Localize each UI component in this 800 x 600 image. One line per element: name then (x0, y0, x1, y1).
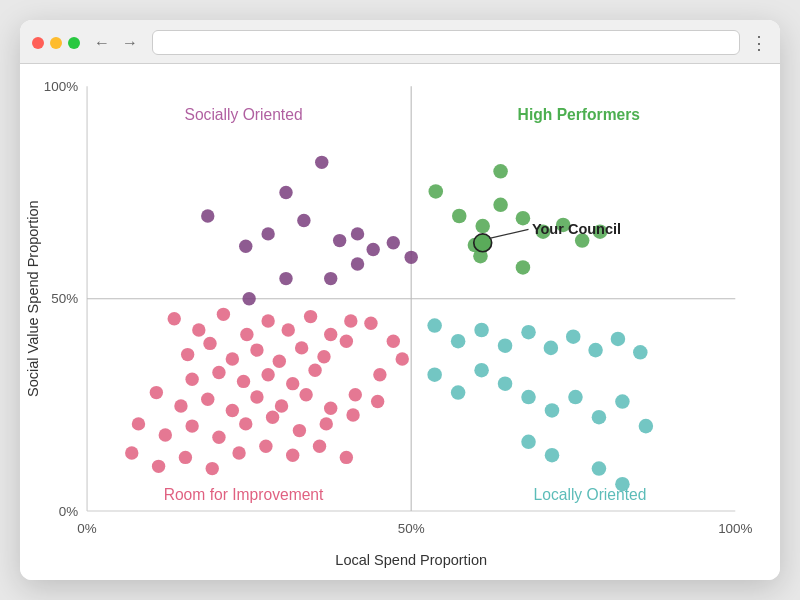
dot-pink (192, 323, 205, 336)
dot-pink (212, 366, 225, 379)
address-bar[interactable] (152, 30, 740, 55)
dot-pink (344, 314, 357, 327)
dot-pink (226, 352, 239, 365)
dot-green (516, 211, 531, 226)
dot-pink (250, 343, 263, 356)
minimize-button[interactable] (50, 37, 62, 49)
dot-pink (240, 328, 253, 341)
dot-purple (387, 236, 400, 249)
dot-pink (150, 386, 163, 399)
dot-teal (639, 419, 654, 434)
dot-purple (279, 272, 292, 285)
dot-pink (320, 417, 333, 430)
dot-teal (474, 363, 489, 378)
scatter-chart: 0% 50% 100% 0% 50% 100% Local Spend Prop… (20, 64, 780, 580)
dot-purple (315, 156, 328, 169)
dot-pink (317, 350, 330, 363)
dot-teal (568, 390, 583, 405)
dot-teal (521, 390, 536, 405)
dot-teal (566, 329, 581, 344)
dot-pink (259, 440, 272, 453)
dot-pink (371, 395, 384, 408)
dot-green (493, 198, 508, 213)
back-button[interactable]: ← (90, 32, 114, 54)
dot-teal (427, 367, 442, 382)
dot-pink (250, 390, 263, 403)
dot-pink (261, 368, 274, 381)
x-tick-0: 0% (77, 521, 96, 536)
svg-line-4 (489, 229, 528, 238)
dot-pink (308, 364, 321, 377)
dot-pink (261, 314, 274, 327)
dot-teal (592, 410, 607, 425)
browser-menu-icon[interactable]: ⋮ (750, 32, 768, 54)
dot-purple (324, 272, 337, 285)
quadrant-label-bottom-left: Room for Improvement (164, 486, 324, 503)
dot-pink (275, 399, 288, 412)
dot-teal (615, 394, 630, 409)
dot-pink (185, 372, 198, 385)
dot-teal (545, 403, 560, 418)
dot-pink (286, 377, 299, 390)
quadrant-label-top-left: Socially Oriented (184, 106, 302, 123)
dot-purple (239, 239, 252, 252)
dot-teal (427, 318, 442, 333)
dot-pink (185, 419, 198, 432)
dot-teal (544, 341, 559, 356)
quadrant-label-top-right: High Performers (518, 106, 641, 123)
dot-teal (451, 385, 466, 400)
quadrant-label-bottom-right: Locally Oriented (534, 486, 647, 503)
dot-pink (313, 440, 326, 453)
dot-pink (364, 317, 377, 330)
dot-purple (261, 227, 274, 240)
dot-teal (521, 434, 536, 449)
dot-pink (159, 428, 172, 441)
dot-pink (226, 404, 239, 417)
close-button[interactable] (32, 37, 44, 49)
dot-pink (266, 410, 279, 423)
dot-teal (633, 345, 648, 360)
dot-pink (179, 451, 192, 464)
forward-button[interactable]: → (118, 32, 142, 54)
dot-pink (237, 375, 250, 388)
browser-window: ← → ⋮ 0% 50% 100% 0% 50% 100% (20, 20, 780, 580)
dot-purple (201, 209, 214, 222)
dot-pink (286, 448, 299, 461)
dot-teal (588, 343, 603, 358)
dot-teal (521, 325, 536, 340)
browser-chrome: ← → ⋮ (20, 20, 780, 64)
dot-pink (282, 323, 295, 336)
dot-green (493, 164, 508, 179)
dot-pink (152, 460, 165, 473)
dot-pink (324, 328, 337, 341)
dot-teal (498, 338, 513, 353)
traffic-lights (32, 37, 80, 49)
dot-green (516, 260, 531, 275)
dot-purple (242, 292, 255, 305)
chart-area: 0% 50% 100% 0% 50% 100% Local Spend Prop… (20, 64, 780, 580)
dot-pink (340, 334, 353, 347)
dot-teal (592, 461, 607, 476)
dot-pink (203, 337, 216, 350)
dot-pink (324, 402, 337, 415)
dot-pink (181, 348, 194, 361)
your-council-dot (474, 234, 492, 252)
maximize-button[interactable] (68, 37, 80, 49)
dot-pink (396, 352, 409, 365)
dot-purple (297, 214, 310, 227)
dot-purple (366, 243, 379, 256)
dot-purple (351, 227, 364, 240)
dot-purple (404, 251, 417, 264)
dot-pink (349, 388, 362, 401)
dot-pink (387, 334, 400, 347)
nav-buttons: ← → (90, 32, 142, 54)
dot-pink (201, 393, 214, 406)
dot-teal (615, 477, 630, 492)
y-axis-label: Social Value Spend Proportion (25, 200, 41, 397)
dot-pink (239, 417, 252, 430)
dot-pink (340, 451, 353, 464)
dot-pink (295, 341, 308, 354)
dot-pink (168, 312, 181, 325)
x-tick-100: 100% (718, 521, 752, 536)
dot-pink (346, 408, 359, 421)
